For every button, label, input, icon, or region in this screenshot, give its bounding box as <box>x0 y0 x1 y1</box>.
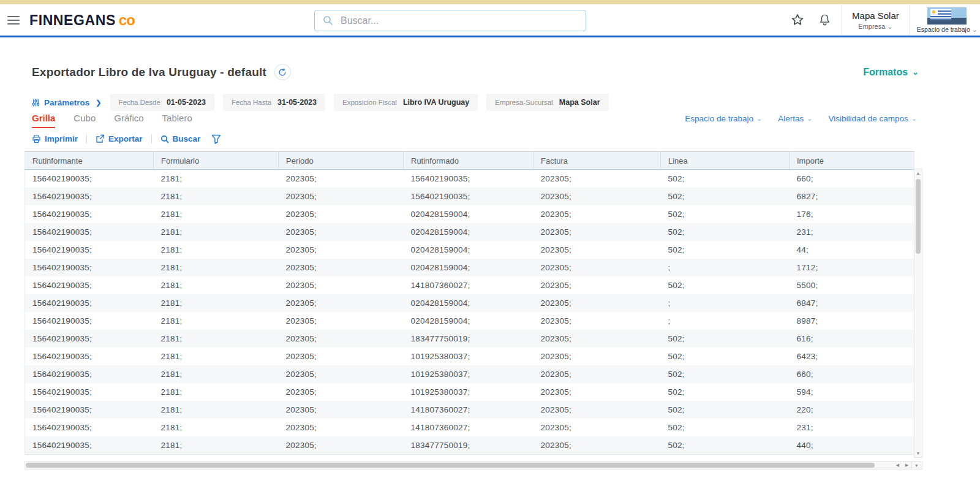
column-header-rutinformado[interactable]: Rutinformado <box>404 152 533 170</box>
table-cell: 202305; <box>533 383 661 401</box>
table-row[interactable]: 156402190035;2181;202305;183477750019;20… <box>25 436 914 455</box>
header-actions: Mapa Solar Empresa ⌄ <box>790 4 980 36</box>
table-cell: 502; <box>661 223 790 241</box>
search-input[interactable] <box>339 15 578 27</box>
parameter-field-3[interactable]: Empresa-SucursalMapa Solar <box>486 94 608 111</box>
table-row[interactable]: 156402190035;2181;202305;156402190035;20… <box>25 188 914 205</box>
parameter-field-1[interactable]: Fecha Hasta31-05-2023 <box>223 94 325 111</box>
column-header-periodo[interactable]: Periodo <box>279 152 404 170</box>
table-row[interactable]: 156402190035;2181;202305;141807360027;20… <box>25 401 914 419</box>
table-row[interactable]: 156402190035;2181;202305;020428159004;20… <box>25 259 914 276</box>
scroll-up-icon[interactable]: ▲ <box>914 169 922 177</box>
table-cell: 202305; <box>279 276 404 294</box>
search-box[interactable] <box>314 10 586 31</box>
table-cell: 020428159004; <box>404 312 533 330</box>
table-row[interactable]: 156402190035;2181;202305;020428159004;20… <box>25 312 914 330</box>
table-cell: 020428159004; <box>404 205 533 223</box>
alertas-dropdown[interactable]: Alertas⌄ <box>778 114 812 123</box>
table-row[interactable]: 156402190035;2181;202305;020428159004;20… <box>25 205 914 223</box>
table-cell: 2181; <box>154 401 279 419</box>
grid-search-button[interactable]: Buscar <box>160 132 201 146</box>
column-header-rutinformante[interactable]: Rutinformante <box>25 152 154 170</box>
scroll-down-icon[interactable]: ▼ <box>911 462 921 469</box>
vertical-scrollbar-thumb[interactable] <box>916 179 921 254</box>
brand-logo[interactable]: FINNEGANS co <box>29 12 135 29</box>
table-cell: 502; <box>661 365 790 383</box>
title-row: Exportador Libro de Iva Uruguay - defaul… <box>32 64 919 80</box>
tab-grilla[interactable]: Grilla <box>32 113 55 128</box>
table-cell: 2181; <box>154 241 279 259</box>
notifications-bell-icon[interactable] <box>818 13 832 27</box>
visibilidad-de-campos-dropdown[interactable]: Visibilidad de campos⌄ <box>828 114 917 123</box>
table-cell: 202305; <box>279 259 404 276</box>
table-cell: 101925380037; <box>404 383 533 401</box>
results-table: RutinformanteFormularioPeriodoRutinforma… <box>24 151 914 455</box>
vertical-scrollbar[interactable]: ▲ ▼ <box>914 169 922 458</box>
table-cell: 502; <box>661 170 790 188</box>
scroll-right-icon[interactable]: ▶ <box>902 462 911 469</box>
filter-funnel-icon[interactable] <box>211 134 221 144</box>
table-row[interactable]: 156402190035;2181;202305;141807360027;20… <box>25 419 914 436</box>
refresh-button[interactable] <box>274 64 291 80</box>
parameter-value: 01-05-2023 <box>167 98 206 107</box>
horizontal-scrollbar-thumb[interactable] <box>26 463 875 468</box>
table-cell: 176; <box>790 205 914 223</box>
table-cell: 156402190035; <box>25 170 154 188</box>
table-cell: 202305; <box>533 312 661 330</box>
parameter-field-2[interactable]: Exposicion FiscalLibro IVA Uruguay <box>334 94 478 111</box>
chevron-down-icon: ⌄ <box>911 115 917 122</box>
parameter-value: Mapa Solar <box>559 98 600 107</box>
column-header-formulario[interactable]: Formulario <box>154 152 279 170</box>
table-cell: 156402190035; <box>25 348 154 365</box>
table-cell: 156402190035; <box>25 205 154 223</box>
table-cell: 202305; <box>279 312 404 330</box>
table-row[interactable]: 156402190035;2181;202305;101925380037;20… <box>25 383 914 401</box>
table-row[interactable]: 156402190035;2181;202305;156402190035;20… <box>25 170 914 188</box>
table-row[interactable]: 156402190035;2181;202305;020428159004;20… <box>25 223 914 241</box>
app-header: FINNEGANS co Mapa Solar Empresa ⌄ <box>0 4 980 37</box>
table-row[interactable]: 156402190035;2181;202305;141807360027;20… <box>25 276 914 294</box>
table-cell: 502; <box>661 241 790 259</box>
workspace-selector[interactable]: Espacio de trabajo ⌄ <box>910 6 980 34</box>
favorites-star-icon[interactable] <box>790 12 805 28</box>
grid-toolbar: Imprimir Exportar Buscar <box>32 132 980 146</box>
table-cell: 020428159004; <box>404 241 533 259</box>
table-cell: 202305; <box>279 241 404 259</box>
table-row[interactable]: 156402190035;2181;202305;101925380037;20… <box>25 365 914 383</box>
tab-grafico[interactable]: Gráfico <box>114 113 143 128</box>
parameters-toggle[interactable]: Parámetros ❯ <box>32 98 102 107</box>
company-selector[interactable]: Mapa Solar Empresa ⌄ <box>842 4 910 36</box>
print-button[interactable]: Imprimir <box>32 132 78 146</box>
table-row[interactable]: 156402190035;2181;202305;101925380037;20… <box>25 348 914 365</box>
table-row[interactable]: 156402190035;2181;202305;020428159004;20… <box>25 241 914 259</box>
printer-icon <box>32 134 41 143</box>
brand-mark-icon: co <box>119 12 135 29</box>
espacio-de-trabajo-dropdown[interactable]: Espacio de trabajo⌄ <box>685 114 762 123</box>
column-header-linea[interactable]: Linea <box>661 152 790 170</box>
scroll-left-icon[interactable]: ◀ <box>893 462 902 469</box>
tab-tablero[interactable]: Tablero <box>162 113 192 128</box>
column-header-factura[interactable]: Factura <box>533 152 661 170</box>
table-cell: ; <box>661 294 790 312</box>
table-cell: 156402190035; <box>25 383 154 401</box>
table-cell: 156402190035; <box>25 276 154 294</box>
export-icon <box>96 134 105 143</box>
tab-cubo[interactable]: Cubo <box>74 113 96 128</box>
scroll-down-icon[interactable]: ▼ <box>914 449 922 457</box>
table-row[interactable]: 156402190035;2181;202305;183477750019;20… <box>25 330 914 348</box>
table-row[interactable]: 156402190035;2181;202305;020428159004;20… <box>25 294 914 312</box>
horizontal-scrollbar[interactable]: ◀ ▶ ▼ <box>24 461 922 470</box>
menu-icon[interactable] <box>7 16 20 25</box>
chevron-down-icon: ⌄ <box>887 23 892 30</box>
table-cell: 202305; <box>279 170 404 188</box>
column-header-importe[interactable]: Importe <box>790 152 914 170</box>
table-cell: 101925380037; <box>404 365 533 383</box>
formats-dropdown[interactable]: Formatos ⌄ <box>863 67 919 78</box>
parameter-field-0[interactable]: Fecha Desde01-05-2023 <box>110 94 214 111</box>
export-button[interactable]: Exportar <box>96 132 143 146</box>
table-cell: 502; <box>661 330 790 348</box>
table-cell: 156402190035; <box>25 312 154 330</box>
table-cell: 2181; <box>154 188 279 205</box>
table-cell: 183477750019; <box>404 436 533 455</box>
table-cell: 2181; <box>154 419 279 436</box>
